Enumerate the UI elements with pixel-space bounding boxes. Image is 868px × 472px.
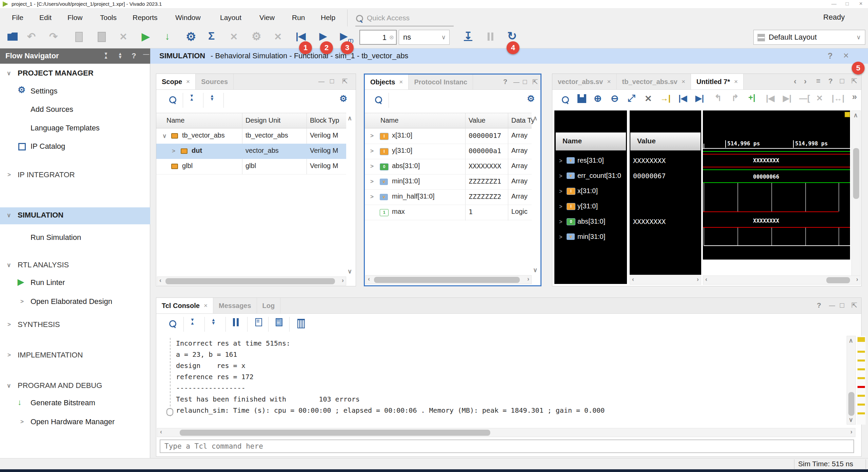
- tab-scroll-left-icon[interactable]: ‹: [794, 77, 796, 86]
- tab-untitled-7[interactable]: Untitled 7* ×: [691, 74, 744, 89]
- sim-time-unit-select[interactable]: ns ∨: [399, 30, 450, 45]
- add-marker-icon[interactable]: +|: [748, 93, 755, 102]
- annotation-ruler[interactable]: [857, 336, 866, 425]
- chevron-right-icon[interactable]: >: [7, 171, 11, 178]
- sidebar-item-run-simulation[interactable]: Run Simulation: [31, 233, 81, 242]
- scope-minimize-icon[interactable]: —: [318, 78, 324, 85]
- scope-float-icon[interactable]: ⇱: [342, 77, 348, 85]
- menu-flow[interactable]: Flow: [67, 14, 82, 22]
- tab-tb-vector-abs-sv[interactable]: tb_vector_abs.sv ×: [617, 74, 691, 89]
- menu-tools[interactable]: Tools: [100, 14, 117, 22]
- quick-access-input[interactable]: Quick Access: [367, 14, 410, 22]
- table-row[interactable]: > 0 abs[31:0] XXXXXXXX Array: [365, 159, 532, 175]
- toolbar-overflow-icon[interactable]: »: [852, 91, 857, 102]
- objects-hscrollbar[interactable]: ‹ ›: [366, 275, 532, 284]
- scroll-up-icon[interactable]: ∧: [853, 111, 858, 119]
- console-fold-icon[interactable]: [166, 408, 173, 416]
- chevron-down-icon[interactable]: ∨: [7, 262, 11, 269]
- tab-list-icon[interactable]: ≡: [816, 77, 821, 85]
- scroll-right-icon[interactable]: ›: [697, 276, 699, 283]
- sidebar-item-open-hardware-manager[interactable]: Open Hardware Manager: [31, 417, 115, 426]
- sidebar-item-ip-catalog[interactable]: IP Catalog: [31, 142, 65, 151]
- zoom-in-icon[interactable]: ⊕: [594, 93, 601, 104]
- no-drag-icon[interactable]: ✕: [645, 94, 652, 104]
- sidebar-item-run-linter[interactable]: Run Linter: [31, 278, 65, 287]
- chevron-right-icon[interactable]: >: [7, 352, 11, 358]
- wave-signal-name[interactable]: x[31:0]: [577, 187, 598, 195]
- clear-time-icon[interactable]: ⊗: [389, 34, 394, 41]
- objects-table-header[interactable]: Name Value Data Ty: [365, 113, 532, 128]
- tab-scope[interactable]: Scope ×: [156, 74, 196, 89]
- flow-help-icon[interactable]: ?: [132, 52, 136, 60]
- expand-all-icon[interactable]: ▲▼: [118, 52, 122, 59]
- chevron-right-icon[interactable]: >: [559, 158, 562, 164]
- search-icon[interactable]: [562, 96, 569, 103]
- settings-gear-icon[interactable]: ⚙: [186, 30, 196, 43]
- scroll-down-icon[interactable]: ∨: [533, 266, 537, 274]
- tcl-maximize-icon[interactable]: □: [840, 301, 844, 309]
- save-icon[interactable]: [577, 94, 586, 103]
- sidebar-section-simulation[interactable]: SIMULATION: [18, 211, 63, 220]
- menu-reports[interactable]: Reports: [133, 14, 158, 22]
- sim-time-input[interactable]: 1 ⊗: [359, 30, 397, 45]
- warning-mark[interactable]: [857, 404, 865, 406]
- scroll-left-icon[interactable]: ‹: [368, 275, 370, 283]
- next-transition-icon[interactable]: ▶|: [695, 94, 704, 103]
- scroll-right-icon[interactable]: ›: [527, 275, 529, 283]
- sidebar-section-implementation[interactable]: IMPLEMENTATION: [18, 351, 83, 360]
- report-icon[interactable]: [276, 318, 282, 326]
- search-icon[interactable]: [375, 96, 382, 103]
- gear-icon[interactable]: ⚙: [527, 94, 535, 104]
- chevron-right-icon[interactable]: >: [370, 132, 374, 139]
- close-icon[interactable]: ×: [186, 78, 190, 85]
- cut-icon[interactable]: ✕: [119, 31, 127, 42]
- chevron-right-icon[interactable]: >: [370, 178, 374, 185]
- window-close-button[interactable]: ×: [859, 0, 863, 7]
- close-icon[interactable]: ×: [204, 302, 208, 309]
- chevron-down-icon[interactable]: ∨: [7, 70, 11, 77]
- close-icon[interactable]: ×: [399, 78, 403, 86]
- tcl-help-icon[interactable]: ?: [817, 301, 821, 309]
- chevron-down-icon[interactable]: ∨: [7, 212, 11, 219]
- wave-signal-name[interactable]: abs[31:0]: [577, 218, 605, 225]
- tcl-minimize-icon[interactable]: —: [829, 302, 835, 309]
- close-icon[interactable]: ×: [607, 78, 611, 85]
- chevron-right-icon[interactable]: >: [370, 163, 374, 170]
- sidebar-section-ip-integrator[interactable]: IP INTEGRATOR: [18, 170, 75, 179]
- sidebar-section-project-manager[interactable]: PROJECT MANAGER: [18, 69, 94, 78]
- menu-layout[interactable]: Layout: [220, 14, 241, 22]
- sidebar-item-settings[interactable]: Settings: [31, 87, 58, 96]
- layout-selector[interactable]: Default Layout ∨: [753, 30, 865, 45]
- wave-value-hscrollbar[interactable]: ‹ ›: [630, 275, 701, 285]
- wave-vscrollbar[interactable]: ∧ ∨: [851, 110, 861, 284]
- chevron-right-icon[interactable]: >: [559, 234, 562, 240]
- console-hscrollbar[interactable]: ‹ ›: [157, 428, 855, 437]
- window-maximize-button[interactable]: □: [846, 1, 849, 6]
- tab-messages[interactable]: Messages: [213, 298, 257, 313]
- scroll-right-icon[interactable]: ›: [342, 277, 344, 284]
- collapse-all-icon[interactable]: ▼▲: [190, 318, 195, 325]
- chevron-down-icon[interactable]: ∨: [162, 132, 166, 140]
- tab-tcl-console[interactable]: Tcl Console ×: [156, 298, 213, 313]
- sidebar-item-open-elaborated-design[interactable]: Open Elaborated Design: [31, 297, 112, 306]
- chevron-right-icon[interactable]: >: [370, 148, 374, 155]
- table-row[interactable]: > I y[31:0] 000000a1 Array: [365, 144, 532, 159]
- sim-run-all-icon[interactable]: ▶: [319, 30, 327, 42]
- scroll-left-icon[interactable]: ‹: [159, 277, 161, 284]
- chevron-right-icon[interactable]: >: [370, 193, 374, 200]
- warning-mark[interactable]: [857, 377, 865, 379]
- wave-float-icon[interactable]: ⇱: [851, 77, 857, 85]
- run-icon[interactable]: ▶: [142, 30, 150, 42]
- menu-view[interactable]: View: [259, 14, 275, 22]
- error-mark[interactable]: [857, 386, 865, 388]
- scroll-right-icon[interactable]: ›: [856, 276, 858, 283]
- trash-icon[interactable]: [297, 319, 305, 328]
- gear-icon[interactable]: ⚙: [339, 94, 347, 104]
- tcl-command-input[interactable]: [160, 439, 854, 453]
- sidebar-section-rtl-analysis[interactable]: RTL ANALYSIS: [18, 261, 69, 269]
- warning-mark[interactable]: [857, 412, 865, 414]
- objects-minimize-icon[interactable]: —: [513, 79, 519, 86]
- undo-icon[interactable]: ↶: [27, 30, 36, 42]
- table-row[interactable]: glbl glbl Verilog M: [156, 159, 346, 175]
- goto-time-icon[interactable]: →|: [660, 94, 671, 103]
